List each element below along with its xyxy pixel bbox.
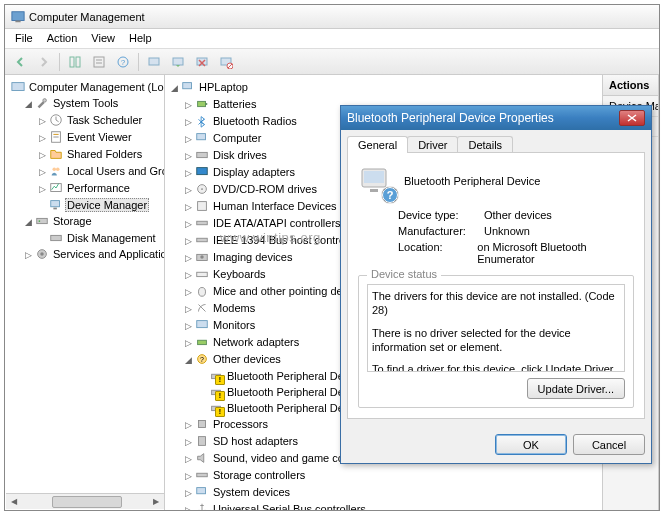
menu-action[interactable]: Action: [41, 31, 84, 46]
expander-icon[interactable]: ▷: [183, 284, 193, 300]
scroll-right-icon[interactable]: ▶: [148, 495, 164, 509]
expander-icon[interactable]: ▷: [183, 318, 193, 334]
expander-icon[interactable]: ▷: [183, 434, 193, 450]
dev-kb[interactable]: Keyboards: [211, 268, 268, 280]
scroll-left-icon[interactable]: ◀: [6, 495, 22, 509]
warning-icon: [209, 401, 223, 415]
dev-proc[interactable]: Processors: [211, 418, 270, 430]
forward-button[interactable]: [33, 52, 55, 72]
tree-services[interactable]: Services and Applications: [51, 248, 165, 260]
update-driver-button[interactable]: Update Driver...: [527, 378, 625, 399]
tree-event[interactable]: Event Viewer: [65, 131, 134, 143]
help-icon[interactable]: ?: [112, 52, 134, 72]
menu-help[interactable]: Help: [123, 31, 158, 46]
tree-shared[interactable]: Shared Folders: [65, 148, 144, 160]
uninstall-icon[interactable]: [191, 52, 213, 72]
dev-mice[interactable]: Mice and other pointing devic: [211, 285, 358, 297]
expander-icon[interactable]: ▷: [183, 267, 193, 283]
expander-icon[interactable]: ▷: [183, 502, 193, 510]
dev-stor[interactable]: Storage controllers: [211, 469, 307, 481]
expander-icon[interactable]: ▷: [37, 164, 47, 180]
expander-icon[interactable]: ▷: [183, 335, 193, 351]
expander-icon[interactable]: ▷: [183, 148, 193, 164]
ok-button[interactable]: OK: [495, 434, 567, 455]
other-icon: ?: [195, 352, 209, 366]
console-tree[interactable]: Computer Management (Local ◢System Tools…: [5, 75, 164, 267]
expander-icon[interactable]: ▷: [183, 114, 193, 130]
scan-icon[interactable]: [143, 52, 165, 72]
expander-icon[interactable]: ▷: [37, 113, 47, 129]
dev-dvd[interactable]: DVD/CD-ROM drives: [211, 183, 319, 195]
dev-root[interactable]: HPLaptop: [197, 81, 250, 93]
dev-batt[interactable]: Batteries: [211, 98, 258, 110]
disable-icon[interactable]: [215, 52, 237, 72]
tree-diskmgmt[interactable]: Disk Management: [65, 232, 158, 244]
back-button[interactable]: [9, 52, 31, 72]
update-driver-icon[interactable]: [167, 52, 189, 72]
expander-icon[interactable]: ▷: [183, 417, 193, 433]
dev-disk[interactable]: Disk drives: [211, 149, 269, 161]
tab-details[interactable]: Details: [457, 136, 513, 153]
dev-img[interactable]: Imaging devices: [211, 251, 295, 263]
monitor-icon: [195, 318, 209, 332]
title-bar[interactable]: Computer Management: [5, 5, 659, 29]
dev-ide[interactable]: IDE ATA/ATAPI controllers: [211, 217, 343, 229]
dev-modem[interactable]: Modems: [211, 302, 257, 314]
dev-sound[interactable]: Sound, video and game contr: [211, 452, 359, 464]
expander-icon[interactable]: ▷: [183, 199, 193, 215]
expander-icon[interactable]: ▷: [183, 131, 193, 147]
svg-rect-37: [197, 152, 208, 157]
dev-other[interactable]: Other devices: [211, 353, 283, 365]
horizontal-scrollbar[interactable]: ◀ ▶: [6, 493, 164, 509]
show-hide-icon[interactable]: [64, 52, 86, 72]
svg-rect-57: [197, 473, 208, 477]
expander-icon[interactable]: ▷: [37, 147, 47, 163]
expander-icon[interactable]: ◢: [169, 80, 179, 96]
tree-systools[interactable]: System Tools: [51, 97, 120, 109]
tab-driver[interactable]: Driver: [407, 136, 458, 153]
expander-icon[interactable]: ▷: [23, 247, 33, 263]
storage-ctrl-icon: [195, 468, 209, 482]
expander-icon[interactable]: ▷: [183, 485, 193, 501]
expander-icon[interactable]: ▷: [183, 468, 193, 484]
dev-usb[interactable]: Universal Serial Bus controllers: [211, 503, 368, 510]
status-line-2: There is no driver selected for the devi…: [372, 326, 620, 355]
expander-icon[interactable]: ◢: [23, 214, 33, 230]
expander-icon[interactable]: ▷: [183, 301, 193, 317]
tree-storage[interactable]: Storage: [51, 215, 94, 227]
dev-sys[interactable]: System devices: [211, 486, 292, 498]
dev-net[interactable]: Network adapters: [211, 336, 301, 348]
expander-icon[interactable]: ▷: [183, 182, 193, 198]
close-button[interactable]: [619, 110, 645, 126]
scroll-thumb[interactable]: [52, 496, 122, 508]
status-textbox[interactable]: The drivers for this device are not inst…: [367, 284, 625, 372]
tab-general[interactable]: General: [347, 136, 408, 153]
dev-bt[interactable]: Bluetooth Radios: [211, 115, 299, 127]
expander-icon[interactable]: ▷: [37, 130, 47, 146]
dev-sd[interactable]: SD host adapters: [211, 435, 300, 447]
dev-mon[interactable]: Monitors: [211, 319, 257, 331]
tree-devmgr[interactable]: Device Manager: [65, 198, 149, 212]
tree-root[interactable]: Computer Management (Local: [27, 81, 165, 93]
expander-icon[interactable]: ▷: [37, 181, 47, 197]
expander-icon[interactable]: ◢: [23, 96, 33, 112]
expander-icon[interactable]: ▷: [183, 216, 193, 232]
cancel-button[interactable]: Cancel: [573, 434, 645, 455]
svg-point-29: [39, 220, 41, 222]
properties-icon[interactable]: [88, 52, 110, 72]
expander-icon[interactable]: ▷: [183, 250, 193, 266]
menu-view[interactable]: View: [85, 31, 121, 46]
tree-task[interactable]: Task Scheduler: [65, 114, 144, 126]
expander-icon[interactable]: ▷: [183, 165, 193, 181]
expander-icon[interactable]: ▷: [183, 233, 193, 249]
tree-local[interactable]: Local Users and Groups: [65, 165, 165, 177]
tree-perf[interactable]: Performance: [65, 182, 132, 194]
expander-icon[interactable]: ▷: [183, 97, 193, 113]
expander-icon[interactable]: ◢: [183, 352, 193, 368]
dev-comp[interactable]: Computer: [211, 132, 263, 144]
expander-icon[interactable]: ▷: [183, 451, 193, 467]
menu-file[interactable]: File: [9, 31, 39, 46]
dialog-titlebar[interactable]: Bluetooth Peripheral Device Properties: [341, 106, 651, 130]
dev-hid[interactable]: Human Interface Devices: [211, 200, 339, 212]
dev-disp[interactable]: Display adapters: [211, 166, 297, 178]
